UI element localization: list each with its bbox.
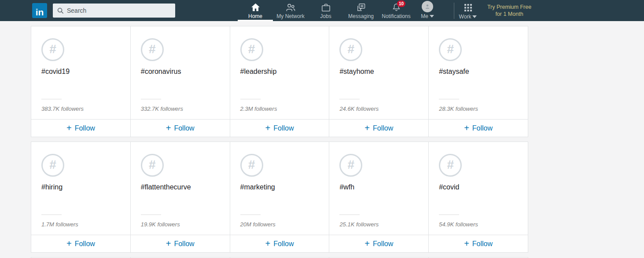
hash-glyph: #	[149, 43, 156, 56]
follower-count: 20M followers	[240, 221, 329, 228]
hashtag-title[interactable]: #flattenthecurve	[141, 183, 230, 191]
follower-count: 24.6K followers	[339, 105, 428, 112]
follow-button-label: Follow	[472, 124, 493, 132]
plus-icon: +	[265, 239, 271, 249]
linkedin-logo[interactable]: in	[32, 3, 47, 18]
hashtag-title[interactable]: #covid	[439, 183, 528, 191]
plus-icon: +	[364, 124, 370, 133]
card-rows: # #covid19 383.7K followers + Follow # #…	[31, 26, 644, 253]
card-divider	[41, 214, 62, 215]
follow-button[interactable]: + Follow	[131, 119, 230, 137]
try-premium-link[interactable]: Try Premium Free for 1 Month	[482, 4, 537, 18]
hashtag-card: # #covid 54.9K followers + Follow	[429, 142, 528, 252]
search-box[interactable]	[53, 4, 175, 18]
follow-button[interactable]: + Follow	[429, 119, 528, 137]
card-divider	[439, 214, 459, 215]
hashtag-title[interactable]: #leadership	[240, 68, 329, 76]
nav-divider	[454, 3, 454, 19]
hashtag-icon: #	[141, 38, 164, 61]
hashtag-title[interactable]: #covid19	[41, 68, 130, 76]
follow-button-label: Follow	[174, 240, 194, 248]
hashtag-card: # #leadership 2.3M followers + Follow	[230, 26, 330, 137]
hashtag-title[interactable]: #wfh	[339, 183, 428, 191]
hashtag-card-body: # #stayhome 24.6K followers	[329, 26, 428, 119]
card-divider	[439, 99, 459, 99]
nav-item-my-network[interactable]: My Network	[273, 0, 308, 21]
follow-button-label: Follow	[75, 240, 95, 248]
hashtag-card-body: # #hiring 1.7M followers	[31, 142, 130, 235]
hashtag-icon: #	[240, 154, 263, 177]
hash-glyph: #	[149, 159, 156, 172]
work-grid-icon	[464, 3, 472, 12]
follow-button[interactable]: + Follow	[329, 235, 428, 252]
follow-button-label: Follow	[472, 240, 493, 248]
nav-label: Notifications	[382, 13, 410, 19]
hashtag-card-body: # #leadership 2.3M followers	[230, 26, 329, 119]
hashtag-title[interactable]: #stayhome	[339, 68, 428, 76]
hashtag-card-body: # #covid19 383.7K followers	[31, 26, 130, 119]
nav-label: My Network	[276, 13, 304, 19]
hashtag-title[interactable]: #coronavirus	[141, 68, 230, 76]
hashtag-card: # #hiring 1.7M followers + Follow	[31, 142, 131, 252]
hash-glyph: #	[447, 43, 454, 56]
nav-item-work[interactable]: Work	[455, 0, 481, 21]
premium-line1: Try Premium Free	[482, 4, 537, 11]
hashtag-card: # #stayhome 24.6K followers + Follow	[329, 26, 429, 137]
home-icon	[251, 3, 260, 12]
nav-label: Home	[248, 13, 262, 19]
follower-count: 28.3K followers	[439, 105, 528, 112]
follow-button-label: Follow	[174, 124, 194, 132]
hashtag-title[interactable]: #staysafe	[439, 68, 528, 76]
nav-item-me[interactable]: Me	[414, 0, 441, 21]
hashtag-cards-area: # #covid19 383.7K followers + Follow # #…	[0, 21, 644, 258]
plus-icon: +	[166, 124, 171, 133]
search-input[interactable]	[67, 7, 164, 14]
follow-button-label: Follow	[373, 124, 393, 132]
plus-icon: +	[66, 239, 72, 249]
plus-icon: +	[464, 239, 469, 249]
follower-count: 54.9K followers	[439, 221, 528, 228]
follow-button[interactable]: + Follow	[329, 119, 428, 137]
nav-item-messaging[interactable]: Messaging	[343, 0, 379, 21]
nav-label: Jobs	[320, 13, 331, 19]
nav-item-jobs[interactable]: Jobs	[308, 0, 343, 21]
follow-button[interactable]: + Follow	[230, 119, 329, 137]
hashtag-icon: #	[339, 154, 362, 177]
hashtag-title[interactable]: #hiring	[41, 183, 130, 191]
hashtag-card: # #flattenthecurve 19.9K followers + Fol…	[131, 142, 230, 252]
hashtag-icon: #	[439, 38, 462, 61]
premium-line2: for 1 Month	[482, 11, 537, 18]
plus-icon: +	[166, 239, 171, 249]
hashtag-card: # #coronavirus 332.7K followers + Follow	[131, 26, 230, 137]
follower-count: 19.9K followers	[141, 221, 230, 228]
follow-button[interactable]: + Follow	[429, 235, 528, 252]
follow-button[interactable]: + Follow	[131, 235, 230, 252]
hashtag-title[interactable]: #marketing	[240, 183, 329, 191]
hash-glyph: #	[447, 159, 454, 172]
active-indicator	[238, 20, 273, 21]
hash-glyph: #	[348, 43, 355, 56]
notification-badge: 10	[397, 0, 405, 7]
nav-item-home[interactable]: Home	[238, 0, 273, 21]
follow-button[interactable]: + Follow	[230, 235, 329, 252]
follower-count: 25.1K followers	[339, 221, 428, 228]
plus-icon: +	[265, 124, 271, 133]
card-divider	[141, 99, 161, 99]
nav-item-notifications[interactable]: Notifications 10	[379, 0, 414, 21]
hash-glyph: #	[49, 43, 56, 56]
hashtag-card: # #covid19 383.7K followers + Follow	[31, 26, 131, 137]
card-divider	[240, 214, 261, 215]
follow-button[interactable]: + Follow	[31, 235, 130, 252]
search-icon	[57, 7, 64, 14]
hash-glyph: #	[248, 43, 255, 56]
hashtag-icon: #	[141, 154, 164, 177]
follow-button[interactable]: + Follow	[31, 119, 130, 137]
follow-button-label: Follow	[273, 124, 294, 132]
follow-button-label: Follow	[273, 240, 294, 248]
hashtag-icon: #	[439, 154, 462, 177]
card-divider	[240, 99, 261, 99]
card-row: # #covid19 383.7K followers + Follow # #…	[31, 26, 528, 137]
chevron-down-icon	[430, 15, 434, 18]
follower-count: 383.7K followers	[41, 105, 130, 112]
card-divider	[41, 99, 62, 99]
